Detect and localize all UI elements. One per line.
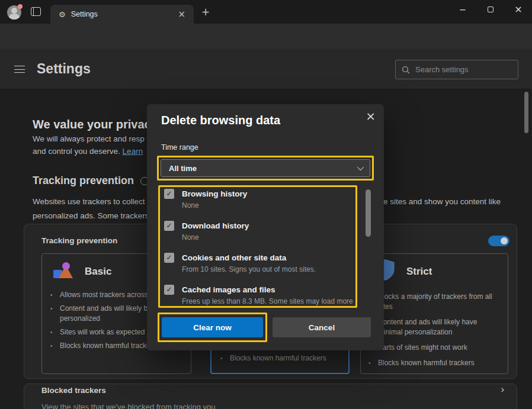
strict-bullets: •Blocks a majority of trackers from all … <box>368 292 494 373</box>
checkbox-checked-icon[interactable]: ✓ <box>164 189 174 199</box>
tracking-desc-line1: Websites use trackers to collect <box>33 197 145 206</box>
tab-title: Settings <box>71 10 98 18</box>
checkbox-row-browsing-history[interactable]: ✓ Browsing historyNone <box>164 188 355 220</box>
tracking-prevention-heading: Tracking prevention <box>33 175 134 187</box>
checkbox-checked-icon[interactable]: ✓ <box>164 253 174 263</box>
search-icon <box>402 66 410 74</box>
chevron-right-icon[interactable]: › <box>501 385 505 395</box>
item-detail: Frees up less than 8.3 MB. Some sites ma… <box>182 297 353 305</box>
tab-settings[interactable]: ⚙ Settings × <box>50 5 194 24</box>
list-item: •Content and ads will likely have minima… <box>368 317 494 337</box>
highlight-box-time-range: All time <box>157 156 374 181</box>
checkbox-row-download-history[interactable]: ✓ Download historyNone <box>164 220 355 252</box>
new-tab-button[interactable]: + <box>201 7 210 17</box>
window-maximize-button[interactable] <box>477 0 504 19</box>
checkbox-row-cookies[interactable]: ✓ Cookies and other site dataFrom 10 sit… <box>164 252 355 284</box>
strict-title: Strict <box>406 266 432 278</box>
dialog-close-icon[interactable]: × <box>366 110 376 122</box>
privacy-text-line1: We will always protect and resp <box>33 134 145 143</box>
time-range-value: All time <box>169 164 197 173</box>
item-detail: From 10 sites. Signs you out of most sit… <box>182 265 316 273</box>
page-scrollbar[interactable] <box>524 92 528 133</box>
privacy-text-line2: and control you deserve. Learn <box>33 147 143 156</box>
tracking-desc-line2: personalized ads. Some trackers <box>33 211 149 220</box>
list-item: •Parts of sites might not work <box>368 343 494 353</box>
window-close-button[interactable]: × <box>505 0 532 19</box>
checkbox-checked-icon[interactable]: ✓ <box>164 221 174 231</box>
item-detail: None <box>182 233 199 241</box>
page-title: Settings <box>37 61 91 77</box>
tab-close-icon[interactable]: × <box>175 10 188 19</box>
chevron-down-icon <box>357 164 364 170</box>
item-label: Cached images and files <box>182 285 275 294</box>
time-range-label: Time range <box>161 143 198 152</box>
learn-more-link[interactable]: Learn <box>123 147 143 156</box>
menu-hamburger-icon[interactable] <box>14 66 25 73</box>
privacy-heading: We value your privac <box>33 118 151 131</box>
highlight-box-data-types: ✓ Browsing historyNone ✓ Download histor… <box>158 185 357 308</box>
blocked-trackers-title: Blocked trackers <box>41 386 106 395</box>
balanced-bullet: •Blocks known harmful trackers <box>220 353 345 363</box>
checkbox-row-cached-images[interactable]: ✓ Cached images and filesFrees up less t… <box>164 284 355 308</box>
dialog-title: Delete browsing data <box>161 114 280 127</box>
basic-title: Basic <box>85 266 111 278</box>
gear-icon: ⚙ <box>59 11 66 18</box>
checkbox-checked-icon[interactable]: ✓ <box>164 285 174 295</box>
workspaces-icon[interactable] <box>31 7 41 16</box>
window-minimize-button[interactable]: − <box>449 0 476 19</box>
cancel-button[interactable]: Cancel <box>273 317 371 337</box>
delete-browsing-data-dialog: × Delete browsing data Time range All ti… <box>147 104 384 350</box>
item-detail: None <box>182 201 199 210</box>
item-label: Browsing history <box>182 189 247 198</box>
item-label: Download history <box>182 221 249 230</box>
tracking-desc-right-fragment: e sites and show you content like <box>383 197 501 206</box>
item-label: Cookies and other site data <box>182 253 286 262</box>
dialog-scrollbar[interactable] <box>366 189 371 237</box>
tab-strip: ⚙ Settings × + − × <box>0 0 532 24</box>
clear-now-button[interactable]: Clear now <box>162 317 263 337</box>
browser-window: ⚙ Settings × + − × ← ↻ Edge | edge://set… <box>0 0 532 409</box>
list-item: •Blocks known harmful trackers <box>368 358 494 368</box>
search-input[interactable] <box>415 65 512 74</box>
list-item: •Blocks a majority of trackers from all … <box>368 292 494 312</box>
tracking-prevention-toggle[interactable] <box>488 236 509 246</box>
basic-shapes-icon <box>53 262 77 282</box>
settings-search-box[interactable] <box>395 60 518 79</box>
profile-notification-dot <box>18 4 23 9</box>
time-range-dropdown[interactable]: All time <box>161 159 370 177</box>
panel-title: Tracking prevention <box>41 236 117 245</box>
blocked-trackers-subtitle: View the sites that we've blocked from t… <box>41 402 215 409</box>
browser-toolbar: ← ↻ Edge | edge://settings/clearBrowserD… <box>0 24 532 49</box>
